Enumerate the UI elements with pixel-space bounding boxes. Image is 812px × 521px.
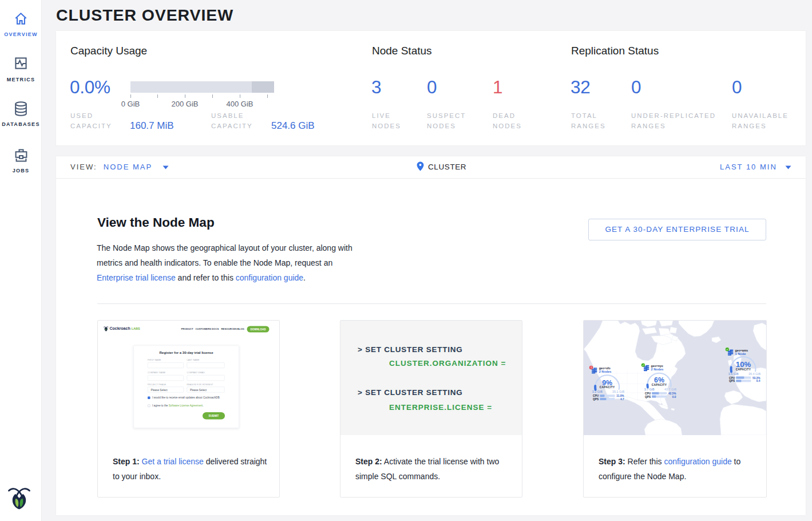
svg-text:11.0%: 11.0% xyxy=(616,394,624,397)
svg-text:10%: 10% xyxy=(736,360,751,369)
svg-text:0.4: 0.4 xyxy=(756,380,760,382)
svg-text:CPU: CPU xyxy=(645,392,651,395)
svg-text:53.3%: 53.3% xyxy=(752,377,760,380)
svg-text:QPS: QPS xyxy=(729,380,735,382)
svg-text:CPU: CPU xyxy=(729,377,735,380)
svg-text:QPS: QPS xyxy=(645,396,651,398)
svg-text:3.2 GiB: 3.2 GiB xyxy=(592,390,603,393)
svg-text:CAPACITY: CAPACITY xyxy=(652,384,667,386)
svg-text:2 Nodes: 2 Nodes xyxy=(651,368,664,371)
svg-text:4.7: 4.7 xyxy=(620,398,624,401)
svg-text:1 Node: 1 Node xyxy=(735,352,746,356)
svg-text:2 Nodes: 2 Nodes xyxy=(599,370,612,373)
svg-text:CAPACITY: CAPACITY xyxy=(600,386,615,389)
svg-text:36.4 GiB: 36.4 GiB xyxy=(748,372,760,376)
svg-text:3.7 GiB: 3.7 GiB xyxy=(644,388,655,391)
svg-text:CPU: CPU xyxy=(593,394,599,397)
svg-text:43.7 GiB: 43.7 GiB xyxy=(664,388,676,391)
svg-text:35.1 GiB: 35.1 GiB xyxy=(612,390,624,393)
svg-text:3.6 GiB: 3.6 GiB xyxy=(728,372,739,376)
svg-text:42.5%: 42.5% xyxy=(668,392,676,395)
svg-text:QPS: QPS xyxy=(593,398,599,401)
svg-text:0.0: 0.0 xyxy=(672,396,676,398)
svg-text:CAPACITY: CAPACITY xyxy=(736,368,751,371)
